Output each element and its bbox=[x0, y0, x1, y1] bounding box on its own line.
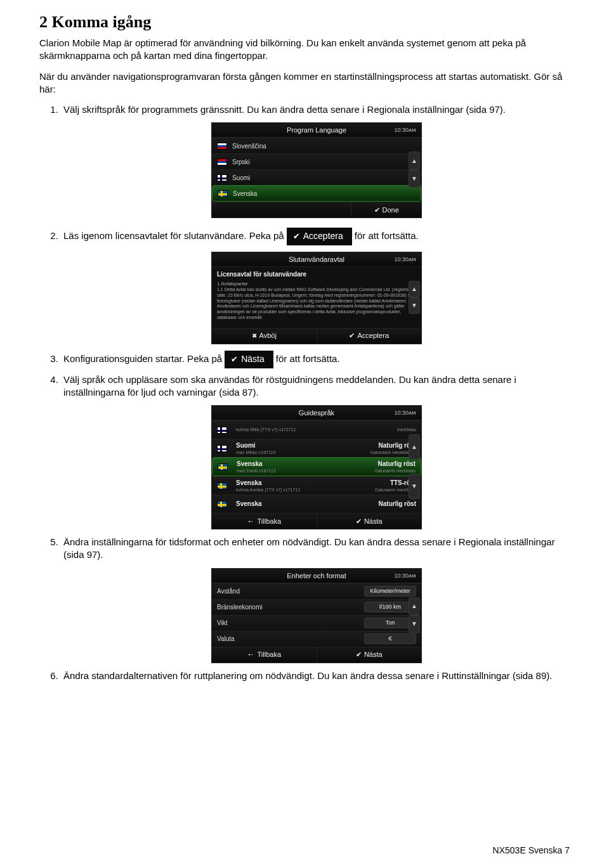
accept-button[interactable]: Acceptera bbox=[317, 328, 422, 344]
scroll-up-button[interactable]: ▲ bbox=[409, 152, 420, 170]
voice-type-sub: meddelas bbox=[397, 427, 416, 432]
unit-row[interactable]: Bränsleekonomi l/100 km bbox=[212, 599, 421, 615]
close-icon bbox=[252, 331, 257, 340]
step-2: Läs igenom licensavtalet för slutanvända… bbox=[61, 228, 570, 344]
back-label: Tillbaka bbox=[258, 650, 282, 659]
next-label: Nästa bbox=[364, 650, 383, 659]
unit-row[interactable]: Valuta € bbox=[212, 631, 421, 647]
unit-value[interactable]: € bbox=[364, 633, 416, 644]
unit-label: Bränsleekonomi bbox=[217, 603, 263, 612]
step-1-text: Välj skriftspråk för programmets gränssn… bbox=[63, 104, 506, 115]
step-5: Ändra inställningarna för tidsformat och… bbox=[61, 536, 570, 663]
eula-body: 1.1 Detta Avtal has slutits av och mella… bbox=[217, 287, 416, 321]
next-button[interactable]: Nästa bbox=[317, 514, 422, 529]
next-button[interactable]: Nästa bbox=[317, 647, 422, 663]
step-1: Välj skriftspråk för programmets gränssn… bbox=[61, 103, 570, 221]
titlebar-text: Program Language bbox=[287, 126, 346, 134]
clock-icon: 10:30ᴀᴍ bbox=[394, 406, 416, 420]
check-icon bbox=[356, 650, 362, 659]
lang-label: Suomi bbox=[232, 174, 250, 183]
done-label: Done bbox=[383, 205, 399, 215]
unit-value[interactable]: Kilometer/meter bbox=[364, 586, 416, 596]
step-6-text: Ändra standardalternativen för ruttplane… bbox=[63, 670, 552, 681]
titlebar-text: Slutanvändaravtal bbox=[289, 256, 344, 263]
next-button-inline[interactable]: Nästa bbox=[225, 351, 273, 368]
flag-sweden-icon bbox=[217, 483, 227, 489]
step-3: Konfigurationsguiden startar. Peka på Nä… bbox=[61, 351, 570, 368]
next-label: Nästa bbox=[364, 517, 383, 526]
scroll-up-button[interactable]: ▲ bbox=[409, 281, 420, 297]
next-label: Nästa bbox=[241, 353, 265, 365]
step-6: Ändra standardalternativen för ruttplane… bbox=[61, 670, 570, 682]
voice-row[interactable]: Svenska Naturlig röst bbox=[212, 495, 421, 513]
arrow-left-icon bbox=[247, 516, 255, 526]
voice-name: Svenska bbox=[237, 460, 276, 469]
screenshot-eula: Slutanvändaravtal 10:30ᴀᴍ Licensavtal fö… bbox=[211, 252, 422, 344]
flag-finland-icon bbox=[217, 174, 227, 181]
screenshot-program-language: Program Language 10:30ᴀᴍ Slovenščina Srp… bbox=[211, 122, 422, 218]
step-3-text-b: för att fortsätta. bbox=[276, 353, 340, 365]
lang-row[interactable]: Srpski bbox=[212, 153, 421, 169]
voice-row[interactable]: Svenska kvinna Annika (TTS v7) v171711 T… bbox=[212, 476, 421, 495]
back-label: Tillbaka bbox=[258, 517, 282, 526]
scroll-down-button[interactable]: ▼ bbox=[409, 615, 420, 633]
voice-row-selected[interactable]: Svenska man Daniil v187113 Naturlig röst… bbox=[212, 457, 421, 476]
scroll-up-button[interactable]: ▲ bbox=[409, 434, 420, 460]
check-icon bbox=[293, 230, 300, 242]
page-footer: NX503E Svenska 7 bbox=[493, 845, 570, 855]
scroll-up-button[interactable]: ▲ bbox=[409, 597, 420, 615]
done-button[interactable]: Done bbox=[351, 202, 421, 217]
flag-sweden-icon bbox=[217, 501, 227, 508]
flag-slovenia-icon bbox=[217, 143, 227, 150]
check-icon bbox=[356, 517, 362, 526]
unit-label: Vikt bbox=[217, 619, 228, 628]
check-icon bbox=[374, 205, 380, 215]
scroll-down-button[interactable]: ▼ bbox=[409, 170, 420, 188]
unit-row[interactable]: Vikt Ton bbox=[212, 615, 421, 631]
lang-row[interactable]: Slovenščina bbox=[212, 138, 421, 153]
voice-name: Svenska bbox=[236, 500, 262, 508]
step-3-text-a: Konfigurationsguiden startar. Peka på bbox=[63, 353, 222, 365]
back-button[interactable]: Tillbaka bbox=[212, 514, 317, 529]
back-button[interactable]: Tillbaka bbox=[212, 647, 317, 663]
voice-sub: kvinna Milla (TTS v7) v171711 bbox=[236, 427, 296, 432]
lang-row-selected[interactable]: Svenska bbox=[212, 185, 421, 202]
arrow-left-icon bbox=[247, 649, 255, 659]
voice-row[interactable]: kvinna Milla (TTS v7) v171711 meddelas bbox=[212, 420, 421, 439]
unit-row[interactable]: Avstånd Kilometer/meter bbox=[212, 583, 421, 599]
step-4: Välj språk och uppläsare som ska använda… bbox=[61, 373, 570, 530]
scroll-down-button[interactable]: ▼ bbox=[409, 474, 420, 499]
lang-label: Slovenščina bbox=[232, 142, 266, 151]
unit-label: Valuta bbox=[217, 635, 235, 644]
eula-subhead: 1 Avtalsparter bbox=[217, 281, 416, 287]
intro-para-1: Clarion Mobile Map är optimerad för anvä… bbox=[39, 37, 570, 63]
section-number: 2 bbox=[39, 13, 48, 31]
titlebar-text: Guidespråk bbox=[299, 409, 334, 417]
section-heading: Komma igång bbox=[52, 13, 152, 31]
unit-label: Avstånd bbox=[217, 587, 240, 596]
check-icon bbox=[349, 331, 355, 340]
voice-row[interactable]: Suomi man Mikko v187119 Naturlig röst Ga… bbox=[212, 439, 421, 457]
step-2-text-a: Läs igenom licensavtalet för slutanvända… bbox=[63, 230, 284, 242]
lang-label: Svenska bbox=[233, 190, 257, 198]
clock-icon: 10:30ᴀᴍ bbox=[394, 123, 416, 137]
step-2-text-b: för att fortsätta. bbox=[355, 230, 419, 242]
decline-label: Avböj bbox=[259, 331, 277, 340]
scroll-down-button[interactable]: ▼ bbox=[409, 297, 420, 314]
screenshot-guide-language: Guidespråk 10:30ᴀᴍ kvinna Milla (TTS v7)… bbox=[211, 405, 422, 529]
lang-row[interactable]: Suomi bbox=[212, 169, 421, 185]
decline-button[interactable]: Avböj bbox=[212, 328, 317, 344]
screenshot-units: Enheter och format 10:30ᴀᴍ Avstånd Kilom… bbox=[211, 568, 422, 663]
voice-sub: kvinna Annika (TTS v7) v171711 bbox=[236, 487, 300, 493]
voice-name: Svenska bbox=[236, 479, 300, 488]
step-4-text: Välj språk och uppläsare som ska använda… bbox=[63, 374, 516, 398]
intro-para-2: När du använder navigationsprogramvaran … bbox=[39, 70, 570, 96]
voice-type: Naturlig röst bbox=[379, 500, 416, 508]
voice-sub: man Daniil v187113 bbox=[237, 468, 276, 474]
accept-button-inline[interactable]: Acceptera bbox=[287, 228, 352, 245]
step-5-text: Ändra inställningarna för tidsformat och… bbox=[63, 536, 555, 560]
flag-finland-icon bbox=[217, 445, 227, 452]
flag-sweden-icon bbox=[218, 463, 228, 470]
lang-label: Srpski bbox=[232, 158, 250, 167]
accept-label: Acceptera bbox=[303, 230, 343, 242]
